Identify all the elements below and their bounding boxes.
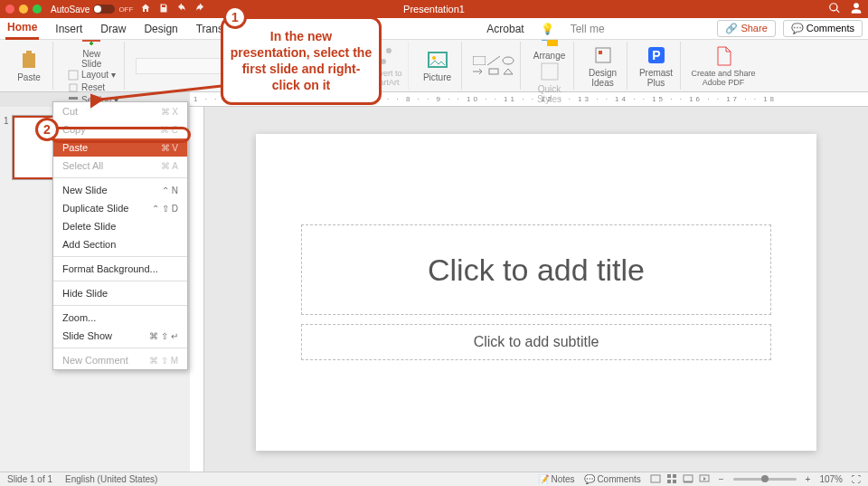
ribbon-tabs: Home Insert Draw Design Transitions Anim… <box>0 18 868 40</box>
cm-duplicate-slide[interactable]: Duplicate Slide⌃ ⇧ D <box>53 199 187 217</box>
search-icon[interactable] <box>828 2 841 16</box>
title-placeholder[interactable]: Click to add title <box>301 224 771 315</box>
svg-point-9 <box>432 56 436 60</box>
minimize-window-icon[interactable] <box>19 5 28 14</box>
save-icon[interactable] <box>158 3 169 15</box>
quick-styles-button: Quick Styles <box>532 61 568 104</box>
cm-new-comment[interactable]: New Comment⌘ ⇧ M <box>53 351 187 369</box>
slide[interactable]: Click to add title Click to add subtitle <box>256 134 816 451</box>
status-slide-count: Slide 1 of 1 <box>7 474 52 484</box>
normal-view-icon[interactable] <box>650 473 661 486</box>
subtitle-placeholder[interactable]: Click to add subtitle <box>301 324 771 360</box>
maximize-window-icon[interactable] <box>33 5 42 14</box>
svg-rect-27 <box>684 475 693 481</box>
vertical-ruler <box>190 107 204 472</box>
svg-line-11 <box>487 56 500 65</box>
picture-button[interactable]: Picture <box>420 49 456 82</box>
tab-acrobat[interactable]: Acrobat <box>485 19 525 39</box>
cm-zoom[interactable]: Zoom... <box>53 309 187 327</box>
svg-point-12 <box>503 57 514 64</box>
svg-rect-13 <box>489 69 498 74</box>
svg-rect-25 <box>667 480 671 483</box>
cm-add-section[interactable]: Add Section <box>53 235 187 253</box>
svg-rect-24 <box>673 474 676 478</box>
cm-select-all[interactable]: Select All⌘ A <box>53 157 187 175</box>
home-icon[interactable] <box>140 3 151 15</box>
paste-label: Paste <box>17 72 41 82</box>
context-menu: Cut⌘ X Copy⌘ C Paste⌘ V Select All⌘ A Ne… <box>52 101 188 370</box>
svg-rect-18 <box>599 51 602 54</box>
slide-number: 1 <box>4 116 9 126</box>
cm-new-slide[interactable]: New Slide⌃ N <box>53 181 187 199</box>
svg-rect-3 <box>69 97 78 100</box>
svg-rect-2 <box>70 84 77 91</box>
window-controls[interactable] <box>5 5 42 14</box>
svg-rect-1 <box>69 71 78 80</box>
layout-button[interactable]: Layout ▾ <box>68 69 118 81</box>
document-title: Presentation1 <box>403 4 465 14</box>
tab-design[interactable]: Design <box>142 19 179 39</box>
reset-button[interactable]: Reset <box>68 81 118 94</box>
svg-text:P: P <box>652 48 660 62</box>
tab-draw[interactable]: Draw <box>99 19 127 39</box>
cm-format-background[interactable]: Format Background... <box>53 260 187 278</box>
quick-access-toolbar <box>140 3 205 15</box>
account-icon[interactable] <box>850 2 863 16</box>
autosave-state: OFF <box>118 5 133 14</box>
new-slide-label: New Slide <box>81 49 101 69</box>
notes-button[interactable]: 📝 Notes <box>538 474 575 484</box>
cm-hide-slide[interactable]: Hide Slide <box>53 284 187 302</box>
zoom-in-icon[interactable]: + <box>806 474 811 484</box>
zoom-out-icon[interactable]: − <box>719 474 724 484</box>
tab-insert[interactable]: Insert <box>53 19 84 39</box>
titlebar: AutoSave OFF Presentation1 <box>0 0 868 18</box>
cm-paste[interactable]: Paste⌘ V <box>53 138 187 157</box>
redo-icon[interactable] <box>194 3 205 15</box>
svg-rect-16 <box>542 63 558 80</box>
comments-toggle[interactable]: 💬 Comments <box>584 474 641 484</box>
svg-rect-23 <box>667 474 671 478</box>
close-window-icon[interactable] <box>5 5 14 14</box>
cm-cut: Cut⌘ X <box>53 102 187 120</box>
paste-button[interactable]: Paste <box>11 49 47 82</box>
premast-button[interactable]: P Premast Plus <box>638 44 675 88</box>
tell-me[interactable]: Tell me <box>569 19 607 39</box>
svg-point-6 <box>386 48 392 53</box>
autosave-switch[interactable] <box>93 5 115 14</box>
shapes-gallery[interactable] <box>473 56 514 76</box>
tab-home[interactable]: Home <box>5 17 39 40</box>
status-bar: Slide 1 of 1 English (United States) 📝 N… <box>0 472 868 486</box>
ribbon: Paste New Slide Layout ▾ Reset Section ▾… <box>0 40 868 92</box>
svg-rect-10 <box>473 56 486 65</box>
design-ideas-button[interactable]: Design Ideas <box>585 44 621 88</box>
annotation-badge-2: 2 <box>35 118 59 141</box>
svg-rect-22 <box>651 475 660 482</box>
cm-copy: Copy⌘ C <box>53 120 187 138</box>
slide-canvas-area[interactable]: Click to add title Click to add subtitle <box>204 107 868 472</box>
tell-me-icon: 💡 <box>541 23 554 35</box>
sorter-view-icon[interactable] <box>666 473 677 486</box>
cm-delete-slide[interactable]: Delete Slide <box>53 217 187 235</box>
autosave-label: AutoSave <box>51 5 90 14</box>
annotation-badge-1: 1 <box>223 5 247 29</box>
share-button[interactable]: 🔗 Share <box>717 20 775 37</box>
zoom-level[interactable]: 107% <box>819 474 843 484</box>
undo-icon[interactable] <box>176 3 187 15</box>
status-language[interactable]: English (United States) <box>65 474 157 484</box>
zoom-slider[interactable] <box>733 478 797 481</box>
annotation-callout: In the new presentation, select the firs… <box>221 16 382 105</box>
cm-slide-show[interactable]: Slide Show⌘ ⇧ ↵ <box>53 327 187 345</box>
slideshow-view-icon[interactable] <box>699 473 710 486</box>
adobe-pdf-button[interactable]: Create and Share Adobe PDF <box>692 45 756 87</box>
svg-rect-28 <box>684 481 693 483</box>
svg-rect-26 <box>673 480 676 483</box>
fit-window-icon[interactable]: ⛶ <box>852 474 861 484</box>
comments-button[interactable]: 💬 Comments <box>783 20 863 37</box>
reading-view-icon[interactable] <box>683 473 693 486</box>
svg-rect-17 <box>596 48 610 62</box>
autosave-toggle[interactable]: AutoSave OFF <box>51 5 133 14</box>
